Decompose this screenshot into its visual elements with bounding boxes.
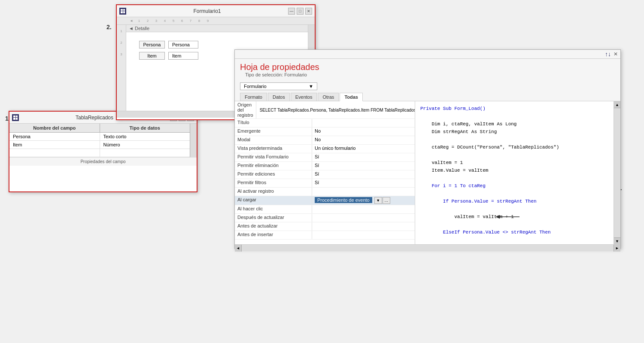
props-val-antes-ins	[312, 231, 415, 239]
tabla-scrollbar[interactable]	[190, 124, 197, 157]
props-row-despues-act: Después de actualizar	[235, 214, 415, 222]
props-row-perm-edic: Permitir ediciones Sí	[235, 170, 415, 179]
props-key-despues-act: Después de actualizar	[235, 214, 312, 222]
props-key-perm-elim: Permitir eliminación	[235, 162, 312, 170]
code-line: If Persona.Value = strRegAnt Then	[420, 197, 608, 205]
form-restore-btn[interactable]: □	[297, 8, 304, 15]
tabla-replicados-window: TablaReplicados — □ ✕ Nombre del campo T…	[9, 111, 197, 192]
props-row-modal: Modal No	[235, 136, 415, 145]
tab-datos[interactable]: Datos	[268, 93, 290, 101]
props-key-al-cargar: Al cargar	[235, 196, 312, 205]
props-val-vista: Un único formulario	[312, 145, 415, 153]
ruler-mark: 4	[161, 19, 169, 23]
props-dropdown[interactable]: Formulario ▼	[240, 82, 317, 90]
props-vscroll[interactable]: ▲ ▼	[614, 101, 620, 244]
ruler-mark: 3	[152, 19, 161, 23]
evento-dropdown-btn[interactable]: ▼	[374, 197, 382, 204]
props-row-antes-ins: Antes de insertar	[235, 231, 415, 240]
side-mark: 1	[117, 29, 126, 33]
form-close-btn[interactable]: ✕	[305, 8, 312, 15]
props-val-perm-elim: Sí	[312, 162, 415, 170]
cell-item-field: Item	[9, 141, 100, 149]
props-val-emergente: No	[312, 127, 415, 136]
tab-todas[interactable]: Todas	[340, 93, 363, 101]
code-line: Item.Value = valItem	[420, 167, 608, 174]
props-key-modal: Modal	[235, 136, 312, 144]
form-item-input[interactable]: Item	[168, 52, 198, 60]
props-row-emergente: Emergente No	[235, 127, 415, 136]
props-top-controls: ↑↓ ✕	[235, 50, 620, 59]
table-row-empty	[9, 149, 190, 157]
scroll-right-btn[interactable]: ►	[614, 245, 620, 252]
col-nombre-header: Nombre del campo	[9, 124, 100, 132]
hoja-propiedades-window: ↑↓ ✕ Hoja de propiedades Tipo de selecci…	[234, 49, 621, 249]
code-line	[420, 136, 608, 143]
code-line: Private Sub Form_Load()	[420, 105, 608, 112]
props-val-al-cargar: Procedimiento de evento ▼ …	[312, 196, 415, 205]
tabla-footer: Propiedades del campo	[9, 157, 197, 166]
tabla-content: Nombre del campo Tipo de datos Persona T…	[9, 124, 197, 166]
tab-otras[interactable]: Otras	[318, 93, 339, 101]
props-val-al-hacer-clic	[312, 205, 415, 213]
cell-empty1	[9, 149, 100, 157]
sql-text: SELECT TablaReplicados.Persona, TablaRep…	[258, 107, 415, 113]
props-dropdown-row: Formulario ▼	[235, 82, 620, 93]
form-row-persona: Persona Persona	[139, 41, 295, 49]
props-key-origen: Origen del registro	[235, 101, 256, 118]
tabla-icon	[12, 114, 19, 121]
code-line	[420, 151, 608, 159]
tab-eventos[interactable]: Eventos	[291, 93, 317, 101]
code-line: ctaReg = DCount("Persona", "TablaReplica…	[420, 143, 608, 151]
props-titlebar: Hoja de propiedades Tipo de selección: F…	[235, 59, 620, 82]
props-title: Hoja de propiedades	[240, 62, 319, 72]
props-val-al-activar	[312, 188, 415, 196]
props-key-perm-edic: Permitir ediciones	[235, 170, 312, 179]
props-row-origen: Origen del registro SELECT TablaReplicad…	[235, 101, 415, 119]
props-row-titulo: Título	[235, 119, 415, 127]
tab-formato[interactable]: Formato	[240, 93, 267, 101]
props-tabs: Formato Datos Eventos Otras Todas	[235, 93, 620, 101]
props-close-button[interactable]: ✕	[614, 51, 618, 57]
props-val-modal: No	[312, 136, 415, 144]
cell-item-type: Número	[100, 141, 190, 149]
ruler-mark: 7	[186, 19, 195, 23]
form-window-controls[interactable]: — □ ✕	[288, 8, 312, 15]
props-sort-button[interactable]: ↑↓	[605, 51, 611, 58]
props-val-permitir-vista: Sí	[312, 153, 415, 161]
cell-persona-type: Texto corto	[100, 133, 190, 140]
table-row: Item Número	[9, 141, 190, 149]
side-mark: 3	[117, 52, 126, 56]
code-line: ElseIf Persona.Value <> strRegAnt Then	[420, 228, 608, 236]
code-line	[420, 236, 608, 244]
ruler-mark: 6	[178, 19, 186, 23]
code-line: Dim strRegAnt As String	[420, 128, 608, 136]
scroll-down-btn[interactable]: ▼	[614, 237, 620, 244]
form-ruler: ◄ 1 2 3 4 5 6 7 8 9	[117, 17, 315, 25]
step2-label: 2.	[106, 24, 112, 30]
table-row: Persona Texto corto	[9, 133, 190, 141]
props-table: Origen del registro SELECT TablaReplicad…	[235, 101, 415, 244]
props-val-antes-act	[312, 222, 415, 231]
props-key-perm-filt: Permitir filtros	[235, 179, 312, 187]
evento-build-btn[interactable]: …	[383, 197, 390, 204]
form-section-detalle: ◄ Detalle	[126, 25, 308, 32]
cell-persona-field: Persona	[9, 133, 100, 140]
scroll-up-btn[interactable]: ▲	[614, 101, 620, 108]
form-minimize-btn[interactable]: —	[288, 8, 295, 15]
form-icon	[119, 8, 126, 15]
code-line	[420, 174, 608, 182]
ruler-mark: 1	[135, 19, 143, 23]
props-hscroll[interactable]: ◄ ►	[235, 244, 620, 251]
scroll-left-btn[interactable]: ◄	[235, 245, 242, 252]
props-row-vista: Vista predeterminada Un único formulario	[235, 145, 415, 153]
props-key-vista: Vista predeterminada	[235, 145, 312, 153]
props-dropdown-value: Formulario	[244, 84, 267, 89]
props-key-titulo: Título	[235, 119, 312, 127]
ruler-mark: 5	[169, 19, 178, 23]
chevron-down-icon: ▼	[309, 84, 313, 89]
form-persona-input[interactable]: Persona	[168, 41, 198, 49]
ruler-mark: 8	[195, 19, 204, 23]
code-line	[420, 112, 608, 120]
props-subtitle: Tipo de selección: Formulario	[240, 72, 319, 80]
form-title: Formulario1	[129, 8, 286, 14]
